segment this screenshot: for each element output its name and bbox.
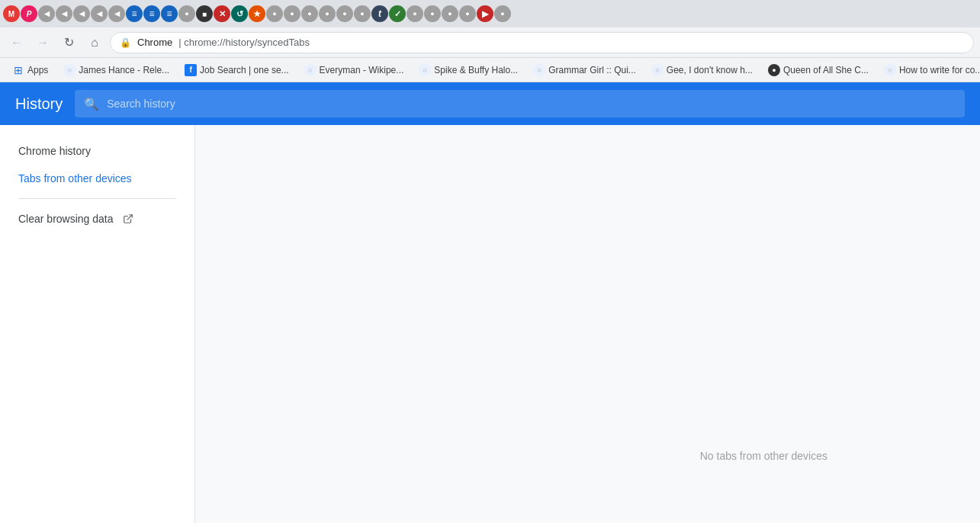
tab-nav-3[interactable]: ◀	[73, 5, 90, 22]
history-header: History 🔍	[0, 82, 980, 125]
tab-gray-6[interactable]: ●	[336, 5, 353, 22]
address-bar[interactable]: 🔒 Chrome | chrome://history/syncedTabs	[110, 32, 974, 53]
lock-icon: 🔒	[120, 37, 131, 48]
tab-gray-1[interactable]: ●	[178, 5, 195, 22]
tab-icons-row: M P ◀ ◀ ◀ ◀ ◀ ≡ ≡ ≡ ● ■ ✕ ↺ ★ ● ● ● ● ● …	[3, 5, 511, 22]
tab-gray-2[interactable]: ●	[266, 5, 283, 22]
tab-dark-1[interactable]: ■	[196, 5, 213, 22]
tab-teal-1[interactable]: ↺	[231, 5, 248, 22]
bookmark-spike-label: Spike & Buffy Halo...	[434, 65, 518, 75]
bookmark-grammar[interactable]: ○ Grammar Girl :: Qui...	[527, 62, 642, 79]
tab-gray-4[interactable]: ●	[301, 5, 318, 22]
bookmark-grammar-label: Grammar Girl :: Qui...	[548, 65, 636, 75]
forward-button[interactable]: →	[32, 32, 53, 53]
sidebar-item-clear-browsing[interactable]: Clear browsing data	[0, 205, 194, 233]
bookmark-everyman-label: Everyman - Wikipe...	[320, 65, 404, 75]
sidebar-item-tabs-other-devices[interactable]: Tabs from other devices	[0, 165, 194, 192]
bookmarks-bar: ⊞ Apps ○ James Hance - Rele... f Job Sea…	[0, 58, 980, 82]
tab-gray-3[interactable]: ●	[284, 5, 300, 22]
tab-gray-5[interactable]: ●	[319, 5, 336, 22]
tab-doc-3[interactable]: ≡	[161, 5, 178, 22]
tab-nav-5[interactable]: ◀	[108, 5, 125, 22]
bookmark-spike[interactable]: ○ Spike & Buffy Halo...	[413, 62, 524, 79]
tab-gray-9[interactable]: ●	[424, 5, 441, 22]
bookmark-james[interactable]: ○ James Hance - Rele...	[57, 62, 175, 79]
svg-line-0	[127, 215, 131, 220]
howto-favicon: ○	[884, 64, 896, 76]
bookmark-apps[interactable]: ⊞ Apps	[6, 62, 54, 79]
tab-doc-1[interactable]: ≡	[126, 5, 143, 22]
queen-favicon: ●	[768, 64, 780, 76]
tab-youtube-icon[interactable]: ▶	[477, 5, 493, 22]
tab-nav-1[interactable]: ◀	[38, 5, 55, 22]
tab-nav-2[interactable]: ◀	[56, 5, 72, 22]
bookmark-howto-label: How to write for co...	[899, 65, 980, 75]
bookmark-queen-label: Queen of All She C...	[783, 65, 869, 75]
page-title: History	[15, 95, 63, 113]
main-content: No tabs from other devices	[195, 125, 980, 523]
sidebar: Chrome history Tabs from other devices C…	[0, 125, 195, 523]
tab-orange-1[interactable]: ★	[249, 5, 265, 22]
apps-icon: ⊞	[12, 64, 24, 76]
job-favicon: f	[185, 64, 197, 76]
tab-red-x[interactable]: ✕	[214, 5, 230, 22]
home-button[interactable]: ⌂	[84, 32, 105, 53]
bookmark-queen[interactable]: ● Queen of All She C...	[762, 62, 875, 79]
tab-gmail-icon[interactable]: M	[3, 5, 20, 22]
james-favicon: ○	[63, 64, 76, 76]
grammar-favicon: ○	[533, 64, 545, 76]
tab-gray-12[interactable]: ●	[494, 5, 511, 22]
tab-nav-4[interactable]: ◀	[91, 5, 108, 22]
tab-pinterest-icon[interactable]: P	[21, 5, 37, 22]
external-link-icon	[123, 213, 133, 224]
tabs-other-devices-label: Tabs from other devices	[18, 172, 132, 184]
bookmark-job[interactable]: f Job Search | one se...	[178, 62, 295, 79]
tab-gray-11[interactable]: ●	[459, 5, 476, 22]
bookmark-job-label: Job Search | one se...	[200, 65, 289, 75]
bookmark-gee[interactable]: ○ Gee, I don't know h...	[645, 62, 759, 79]
chrome-history-label: Chrome history	[18, 145, 91, 157]
address-site: Chrome	[137, 37, 172, 48]
tab-gray-7[interactable]: ●	[354, 5, 371, 22]
sidebar-item-chrome-history[interactable]: Chrome history	[0, 137, 194, 165]
bookmark-gee-label: Gee, I don't know h...	[667, 65, 753, 75]
tab-tumblr-icon[interactable]: t	[371, 5, 388, 22]
gee-favicon: ○	[651, 64, 664, 76]
tab-gray-8[interactable]: ●	[406, 5, 423, 22]
no-tabs-message: No tabs from other devices	[700, 450, 827, 462]
tab-bar: M P ◀ ◀ ◀ ◀ ◀ ≡ ≡ ≡ ● ■ ✕ ↺ ★ ● ● ● ● ● …	[0, 0, 980, 27]
back-button[interactable]: ←	[6, 32, 27, 53]
address-path: | chrome://history/syncedTabs	[178, 37, 310, 48]
tab-gray-10[interactable]: ●	[442, 5, 458, 22]
clear-browsing-label: Clear browsing data	[18, 213, 114, 225]
everyman-favicon: ○	[304, 64, 316, 76]
search-icon: 🔍	[84, 97, 99, 111]
page-body: Chrome history Tabs from other devices C…	[0, 125, 980, 523]
tab-green-1[interactable]: ✓	[389, 5, 406, 22]
bookmark-james-label: James Hance - Rele...	[79, 65, 169, 75]
bookmark-everyman[interactable]: ○ Everyman - Wikipe...	[298, 62, 410, 79]
search-input[interactable]	[107, 98, 956, 110]
bookmark-apps-label: Apps	[27, 65, 48, 75]
reload-button[interactable]: ↻	[58, 32, 79, 53]
search-box[interactable]: 🔍	[75, 90, 965, 117]
bookmark-howto[interactable]: ○ How to write for co...	[878, 62, 980, 79]
spike-favicon: ○	[419, 64, 431, 76]
tab-doc-2[interactable]: ≡	[143, 5, 160, 22]
nav-bar: ← → ↻ ⌂ 🔒 Chrome | chrome://history/sync…	[0, 27, 980, 58]
sidebar-divider	[18, 198, 176, 199]
